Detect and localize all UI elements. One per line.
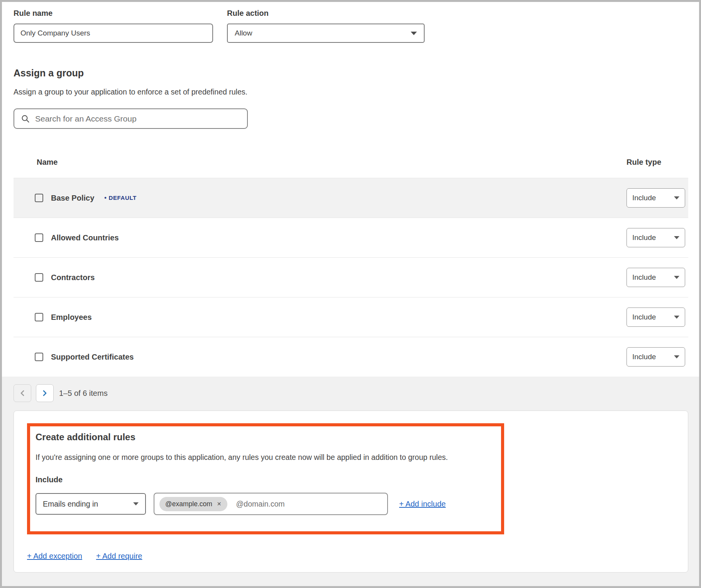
pagination-prev-button[interactable] — [14, 384, 31, 402]
chevron-down-icon — [674, 316, 679, 319]
table-header: Name Rule type — [14, 146, 688, 178]
additional-rules-description: If you're assigning one or more groups t… — [36, 453, 493, 462]
group-name: Supported Certificates — [51, 353, 134, 362]
pagination-next-button[interactable] — [36, 384, 54, 402]
row-checkbox[interactable] — [35, 233, 43, 242]
rule-type-value: Include — [632, 313, 656, 321]
assign-group-section: Assign a group Assign a group to your ap… — [14, 68, 688, 129]
row-checkbox[interactable] — [35, 194, 43, 202]
chevron-down-icon — [674, 355, 679, 358]
bottom-region: 1–5 of 6 items Create additional rules I… — [2, 377, 699, 588]
chevron-down-icon — [133, 502, 139, 505]
rule-type-value: Include — [632, 233, 656, 242]
tag-value: @example.com — [165, 500, 212, 508]
chevron-left-icon — [20, 390, 25, 397]
rule-type-value: Include — [632, 273, 656, 282]
assign-group-description: Assign a group to your application to en… — [14, 88, 688, 96]
rule-form: Rule name Rule action Allow — [14, 9, 688, 43]
assign-group-title: Assign a group — [14, 68, 688, 79]
rule-criteria-select[interactable]: Emails ending in — [36, 493, 146, 515]
row-rule-type-cell: Include — [626, 228, 688, 247]
default-badge: DEFAULT — [104, 194, 137, 201]
rule-links-row: + Add exception + Add require — [27, 552, 688, 561]
group-name: Employees — [51, 313, 92, 322]
row-main: Employees — [14, 313, 626, 322]
page: Rule name Rule action Allow Assign a gro… — [2, 2, 699, 588]
row-checkbox[interactable] — [35, 273, 43, 282]
tag-remove-icon[interactable]: ✕ — [217, 501, 222, 507]
add-exception-link[interactable]: + Add exception — [27, 552, 82, 561]
chevron-down-icon — [674, 236, 679, 239]
row-rule-type-cell: Include — [626, 308, 688, 327]
table-row: Supported Certificates Include — [14, 337, 688, 377]
table-row: Employees Include — [14, 297, 688, 337]
pagination-count: 1–5 of 6 items — [59, 389, 108, 398]
rule-type-select[interactable]: Include — [626, 308, 685, 327]
rule-name-input[interactable] — [14, 24, 213, 43]
row-main: Supported Certificates — [14, 353, 626, 362]
include-section-label: Include — [36, 475, 493, 484]
table-row: Allowed Countries Include — [14, 218, 688, 257]
chevron-down-icon — [674, 196, 679, 199]
rule-name-field-group: Rule name — [14, 9, 213, 43]
row-main: Base Policy DEFAULT — [14, 194, 626, 203]
row-checkbox[interactable] — [35, 313, 43, 321]
rule-action-value: Allow — [235, 29, 252, 37]
column-header-rule-type: Rule type — [626, 158, 688, 167]
email-input-placeholder: @domain.com — [236, 500, 285, 509]
rule-action-field-group: Rule action Allow — [227, 9, 425, 43]
email-domain-tag: @example.com ✕ — [159, 497, 227, 511]
rule-criteria-value: Emails ending in — [43, 500, 98, 509]
add-include-link[interactable]: + Add include — [399, 500, 446, 509]
rule-type-value: Include — [632, 353, 656, 361]
group-name: Allowed Countries — [51, 233, 119, 242]
rule-action-label: Rule action — [227, 9, 425, 18]
add-require-link[interactable]: + Add require — [96, 552, 142, 561]
chevron-down-icon — [411, 32, 417, 35]
chevron-right-icon — [42, 390, 47, 397]
search-icon — [21, 115, 30, 123]
create-additional-rules-highlight: Create additional rules If you're assign… — [27, 423, 504, 534]
include-rule-builder: Emails ending in @example.com ✕ @domain.… — [36, 493, 493, 515]
rule-type-select[interactable]: Include — [626, 188, 685, 208]
chevron-down-icon — [674, 276, 679, 279]
row-main: Contractors — [14, 273, 626, 282]
row-rule-type-cell: Include — [626, 188, 688, 208]
rule-type-select[interactable]: Include — [626, 268, 685, 287]
additional-rules-card: Create additional rules If you're assign… — [14, 411, 688, 573]
column-header-name: Name — [14, 158, 626, 167]
row-main: Allowed Countries — [14, 233, 626, 242]
rule-action-select[interactable]: Allow — [227, 24, 425, 43]
rule-type-select[interactable]: Include — [626, 228, 685, 247]
group-name: Base Policy — [51, 194, 94, 203]
email-domains-input[interactable]: @example.com ✕ @domain.com — [154, 493, 388, 515]
rule-type-select[interactable]: Include — [626, 347, 685, 367]
pagination: 1–5 of 6 items — [14, 384, 688, 402]
search-placeholder: Search for an Access Group — [35, 114, 137, 123]
rule-name-label: Rule name — [14, 9, 213, 18]
row-rule-type-cell: Include — [626, 268, 688, 287]
access-group-search[interactable]: Search for an Access Group — [14, 108, 248, 129]
row-rule-type-cell: Include — [626, 347, 688, 367]
group-name: Contractors — [51, 273, 95, 282]
row-checkbox[interactable] — [35, 353, 43, 361]
rule-type-value: Include — [632, 194, 656, 202]
access-groups-table: Name Rule type Base Policy DEFAULT Inclu… — [14, 146, 688, 377]
table-row: Contractors Include — [14, 257, 688, 297]
table-row: Base Policy DEFAULT Include — [14, 178, 688, 218]
additional-rules-title: Create additional rules — [36, 432, 493, 443]
